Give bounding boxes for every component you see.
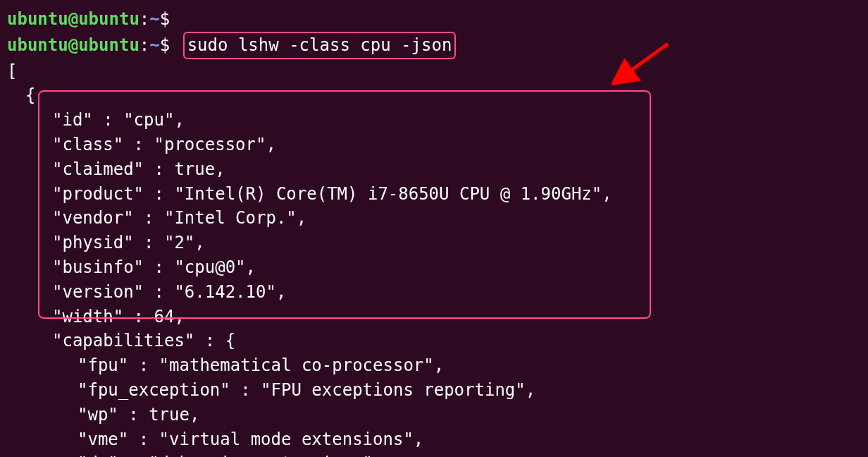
capability-line: "fpu" : "mathematical co-processor", [7, 353, 861, 378]
prompt-colon-2: : [140, 35, 149, 55]
json-line: "businfo" : "cpu@0", [7, 255, 861, 280]
json-open-bracket: [ [7, 59, 861, 84]
prompt-line-2[interactable]: ubuntu@ubuntu:~$ sudo lshw -class cpu -j… [7, 32, 861, 59]
json-open-brace: { [7, 83, 861, 108]
capability-line: "vme" : "virtual mode extensions", [7, 427, 861, 452]
json-line: "product" : "Intel(R) Core(TM) i7-8650U … [7, 182, 861, 207]
json-line: "width" : 64, [7, 305, 861, 329]
json-line: "version" : "6.142.10", [7, 280, 861, 305]
prompt-path-2: ~ [149, 35, 159, 55]
json-line: "vendor" : "Intel Corp.", [7, 206, 861, 231]
capability-line: "fpu_exception" : "FPU exceptions report… [7, 378, 861, 403]
prompt-path-1: ~ [149, 9, 159, 29]
prompt-dollar-2: $ [160, 35, 170, 55]
capability-line: "de" : "debugging extensions", [7, 451, 861, 457]
capabilities-open: "capabilities" : { [7, 329, 861, 353]
json-line: "physid" : "2", [7, 231, 861, 255]
command-text: sudo lshw -class cpu -json [187, 35, 452, 55]
capability-line: "wp" : true, [7, 403, 861, 427]
prompt-dollar-1: $ [160, 9, 170, 29]
prompt-line-1[interactable]: ubuntu@ubuntu:~$ [7, 7, 861, 32]
json-line: "id" : "cpu", [7, 108, 861, 133]
prompt-user: ubuntu@ubuntu [7, 9, 140, 29]
prompt-colon-1: : [140, 9, 149, 29]
command-highlight-box: sudo lshw -class cpu -json [183, 32, 457, 59]
json-line: "claimed" : true, [7, 157, 861, 182]
prompt-user-2: ubuntu@ubuntu [7, 35, 140, 55]
json-line: "class" : "processor", [7, 133, 861, 157]
